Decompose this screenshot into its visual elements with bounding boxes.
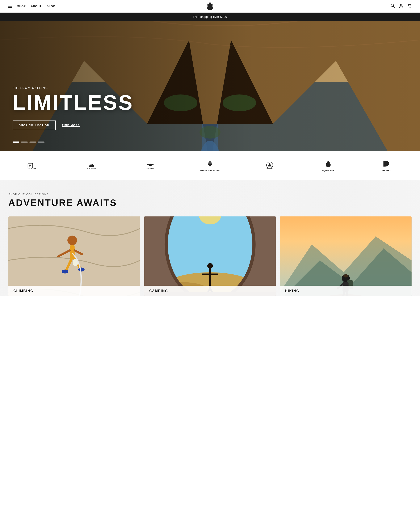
hero-section: FREEDOM CALLING LIMITLESS SHOP COLLECTIO… <box>0 21 420 151</box>
brand-gregory[interactable]: GREGORY <box>83 161 100 170</box>
nav-link-shop[interactable]: SHOP <box>17 5 26 8</box>
hero-dots <box>13 141 44 143</box>
brand-deuter[interactable]: deuter <box>378 159 395 172</box>
la-sportiva-logo-icon: LA SPORTIVA <box>263 161 276 170</box>
hydrapak-logo-icon <box>322 159 334 168</box>
climbing-label: CLIMBING <box>9 286 140 296</box>
svg-rect-32 <box>70 245 75 259</box>
hero-eyebrow: FREEDOM CALLING <box>13 86 134 89</box>
svg-point-50 <box>207 263 213 269</box>
announcement-text: Free shipping over $100 <box>193 15 227 18</box>
nav-link-blog[interactable]: BLOG <box>47 5 55 8</box>
brand-la-sportiva[interactable]: LA SPORTIVA <box>261 161 278 170</box>
ortovox-logo-icon: R ORTOVOX <box>27 161 40 170</box>
svg-point-5 <box>410 7 411 8</box>
salewa-logo-icon: SALEWA <box>144 161 157 170</box>
hero-content: FREEDOM CALLING LIMITLESS SHOP COLLECTIO… <box>13 86 134 130</box>
gregory-logo-icon: GREGORY <box>86 161 98 170</box>
brand-hydrapak[interactable]: HydraPak <box>320 159 337 172</box>
hero-buttons: SHOP COLLECTION FIND MORE <box>13 121 134 130</box>
nav-left: SHOP ABOUT BLOG <box>9 5 55 8</box>
svg-text:SALEWA: SALEWA <box>147 168 154 169</box>
collections-grid: CLIMBING <box>9 217 411 296</box>
black-diamond-label: Black Diamond <box>200 169 220 172</box>
brands-section: R ORTOVOX GREGORY SALEWA Black Diamond <box>0 151 420 180</box>
hero-overlay <box>0 21 420 151</box>
svg-point-1 <box>391 4 394 7</box>
deuter-label: deuter <box>382 169 391 172</box>
svg-point-4 <box>409 7 410 8</box>
nav-right <box>391 4 411 9</box>
svg-marker-24 <box>208 161 212 164</box>
svg-text:R: R <box>29 164 31 167</box>
collections-title: ADVENTURE AWAITS <box>9 198 411 208</box>
camping-bg <box>144 217 276 296</box>
svg-line-2 <box>393 6 394 8</box>
collections-eyebrow: SHOP OUR COLLECTIONS <box>9 193 411 196</box>
account-icon[interactable] <box>399 4 403 9</box>
hero-dot-4[interactable] <box>38 141 44 143</box>
menu-icon[interactable] <box>9 5 12 8</box>
collection-card-camping[interactable]: CAMPING <box>144 217 276 296</box>
hero-dot-3[interactable] <box>29 141 36 143</box>
svg-text:GREGORY: GREGORY <box>87 168 96 169</box>
hydrapak-label: HydraPak <box>322 169 334 172</box>
svg-marker-26 <box>268 163 271 166</box>
collection-card-climbing[interactable]: CLIMBING <box>9 217 140 296</box>
hero-dot-2[interactable] <box>21 141 28 143</box>
announcement-bar: Free shipping over $100 <box>0 13 420 21</box>
svg-point-31 <box>67 236 77 245</box>
hero-title: LIMITLESS <box>13 92 134 113</box>
hiking-bg <box>280 217 411 296</box>
navigation: SHOP ABOUT BLOG <box>0 0 420 13</box>
logo-icon <box>206 1 214 10</box>
cart-icon[interactable] <box>407 4 411 9</box>
svg-point-66 <box>343 274 348 277</box>
svg-text:ORTOVOX: ORTOVOX <box>28 168 36 169</box>
shop-collection-button[interactable]: SHOP COLLECTION <box>13 121 56 130</box>
svg-point-0 <box>208 9 212 10</box>
svg-point-3 <box>400 4 402 6</box>
deuter-logo-icon <box>380 159 393 168</box>
collection-card-hiking[interactable]: HIKING <box>280 217 411 296</box>
black-diamond-logo-icon <box>204 159 216 168</box>
brand-black-diamond[interactable]: Black Diamond <box>200 159 220 172</box>
nav-logo[interactable] <box>206 1 214 11</box>
svg-rect-28 <box>384 161 385 167</box>
svg-text:LA SPORTIVA: LA SPORTIVA <box>265 168 274 169</box>
brand-ortovox[interactable]: R ORTOVOX <box>25 161 42 170</box>
svg-point-37 <box>62 270 68 274</box>
search-icon[interactable] <box>391 4 395 9</box>
hero-dot-1[interactable] <box>13 141 19 143</box>
collections-section: SHOP OUR COLLECTIONS ADVENTURE AWAITS <box>0 180 420 296</box>
svg-point-38 <box>78 267 84 271</box>
brand-salewa[interactable]: SALEWA <box>142 161 159 170</box>
find-more-button[interactable]: FIND MORE <box>62 124 80 127</box>
climbing-bg <box>9 217 140 296</box>
hiking-label: HIKING <box>280 286 411 296</box>
nav-link-about[interactable]: ABOUT <box>31 5 42 8</box>
camping-label: CAMPING <box>144 286 276 296</box>
